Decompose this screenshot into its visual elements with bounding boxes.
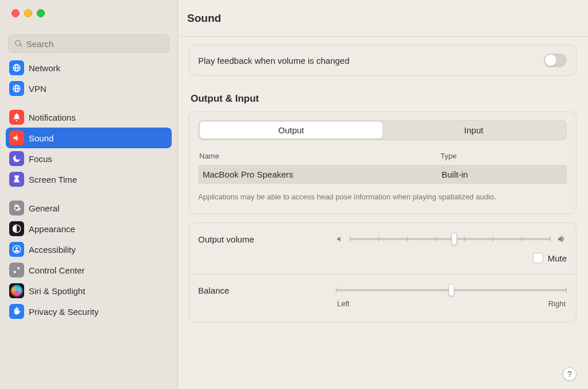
help-button[interactable]: ? [563, 367, 577, 381]
moon-icon [9, 151, 24, 166]
output-input-tabs: Output Input [198, 120, 567, 140]
sidebar-item-label: Network [29, 63, 60, 73]
switches-icon [9, 263, 24, 278]
output-volume-label: Output volume [198, 234, 336, 244]
play-feedback-toggle[interactable] [544, 53, 567, 67]
sidebar-item-label: Siri & Spotlight [29, 286, 85, 296]
sidebar-item-vpn[interactable]: VPN [6, 78, 172, 99]
sidebar-item-sound[interactable]: Sound [6, 128, 172, 148]
zoom-window-button[interactable] [37, 9, 45, 17]
device-table-header: Name Type [198, 149, 567, 165]
globe-icon [9, 60, 24, 75]
toggle-knob [545, 55, 556, 66]
close-window-button[interactable] [11, 9, 20, 17]
sidebar-item-notifications[interactable]: Notifications [6, 107, 172, 128]
sidebar-item-focus[interactable]: Focus [6, 148, 172, 169]
contrast-icon [9, 221, 24, 236]
sidebar-nav: NetworkVPNNotificationsSoundFocusScreen … [0, 57, 177, 389]
sidebar-item-label: Appearance [29, 224, 75, 234]
device-name: MacBook Pro Speakers [200, 170, 442, 179]
page-title: Sound [187, 12, 221, 25]
balance-right-label: Right [548, 299, 566, 308]
gear-icon [9, 201, 24, 215]
column-name: Name [199, 152, 440, 160]
search-icon [14, 39, 23, 48]
hourglass-icon [9, 172, 24, 187]
minimize-window-button[interactable] [24, 9, 32, 17]
balance-slider[interactable] [336, 284, 567, 296]
sidebar-item-accessibility[interactable]: Accessibility [6, 239, 172, 260]
volume-low-icon [336, 235, 344, 243]
device-row[interactable]: MacBook Pro Speakers Built-in [198, 165, 567, 184]
window-traffic-lights [0, 0, 177, 17]
balance-label: Balance [198, 284, 336, 295]
tab-output[interactable]: Output [200, 122, 382, 138]
output-input-card: Output Input Name Type MacBook Pro Speak… [188, 111, 577, 214]
spatial-audio-note: Applications may be able to access head … [198, 192, 567, 202]
sidebar-item-label: Control Center [29, 265, 85, 275]
tab-input[interactable]: Input [382, 122, 565, 138]
volume-slider-thumb[interactable] [451, 233, 457, 245]
sidebar-item-label: VPN [29, 84, 47, 94]
sidebar-item-label: Focus [29, 154, 52, 164]
hand-icon [9, 304, 24, 319]
sidebar-item-label: Sound [29, 133, 53, 143]
divider [189, 274, 576, 274]
search-field[interactable] [8, 34, 169, 53]
sidebar-item-label: Privacy & Security [29, 307, 99, 317]
titlebar: Sound [178, 0, 588, 37]
output-input-heading: Output & Input [191, 93, 577, 105]
sidebar-item-siri-spotlight[interactable]: Siri & Spotlight [6, 280, 172, 301]
sidebar-item-appearance[interactable]: Appearance [6, 218, 172, 239]
mute-label: Mute [548, 253, 567, 263]
sidebar-item-label: Screen Time [29, 175, 77, 184]
balance-slider-thumb[interactable] [448, 284, 454, 296]
speaker-icon [9, 130, 24, 145]
balance-left-label: Left [337, 299, 350, 308]
column-type: Type [440, 152, 457, 160]
svg-point-2 [16, 247, 18, 249]
sidebar-item-general[interactable]: General [6, 198, 172, 218]
play-feedback-label: Play feedback when volume is changed [198, 56, 350, 66]
sidebar-item-privacy-security[interactable]: Privacy & Security [6, 301, 172, 322]
globe-icon [9, 81, 24, 96]
mute-checkbox[interactable] [533, 253, 543, 263]
device-type: Built-in [442, 170, 468, 179]
sidebar-item-label: Accessibility [29, 245, 76, 255]
sidebar-item-label: General [29, 203, 59, 213]
volume-high-icon [556, 234, 567, 244]
sidebar: NetworkVPNNotificationsSoundFocusScreen … [0, 0, 178, 389]
bell-icon [9, 110, 24, 125]
play-feedback-row: Play feedback when volume is changed [188, 45, 577, 76]
sidebar-item-screen-time[interactable]: Screen Time [6, 169, 172, 190]
person-icon [9, 242, 24, 257]
sidebar-item-label: Notifications [29, 113, 76, 122]
volume-card: Output volume Mute [188, 222, 577, 322]
sidebar-item-network[interactable]: Network [6, 57, 172, 78]
output-volume-slider[interactable] [350, 233, 551, 245]
search-input[interactable] [26, 39, 163, 49]
main-content: Sound Play feedback when volume is chang… [178, 0, 588, 389]
sidebar-item-control-center[interactable]: Control Center [6, 260, 172, 280]
siri-icon [9, 283, 24, 298]
